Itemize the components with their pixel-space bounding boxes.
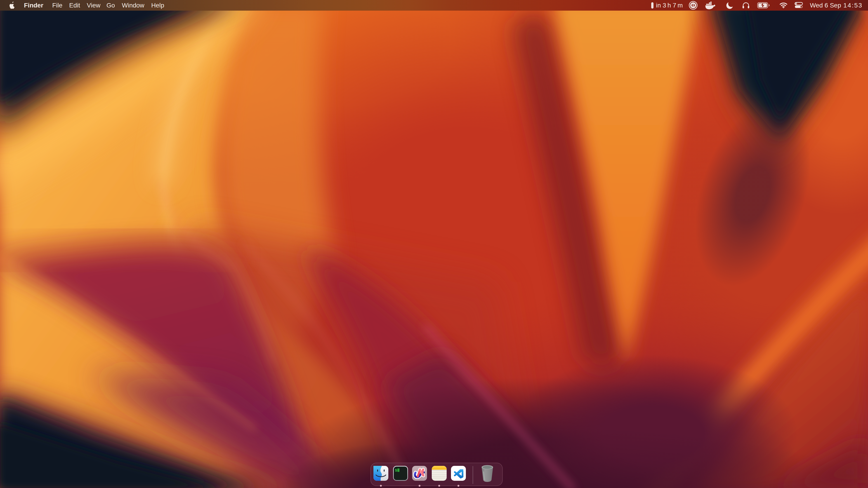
- svg-text:$: $: [395, 468, 397, 473]
